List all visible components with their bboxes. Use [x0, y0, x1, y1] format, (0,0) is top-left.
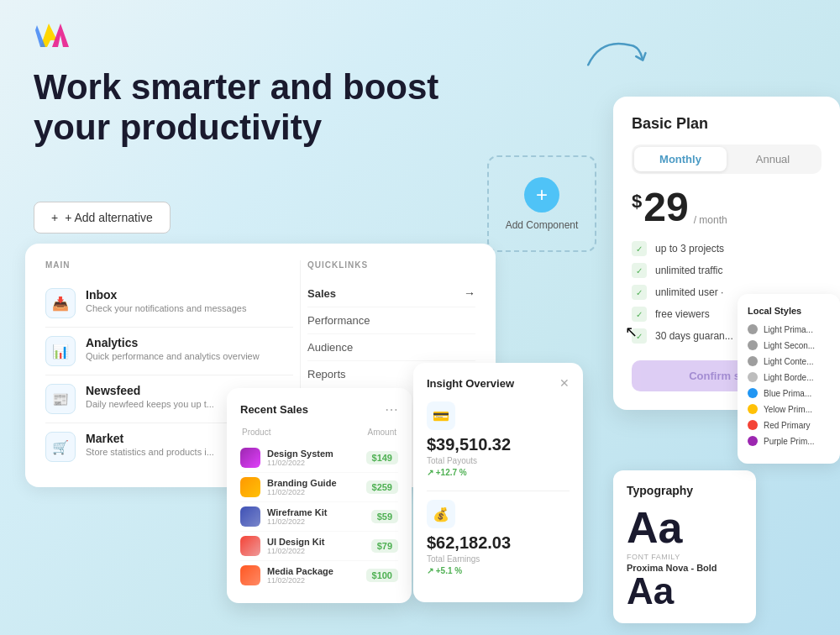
earnings-value: $62,182.03	[427, 533, 570, 553]
earnings-change: ↗ +5.1 %	[427, 566, 570, 575]
style-label: Yelow Prim...	[764, 405, 812, 414]
inbox-sub: Check your notifications and messages	[86, 303, 246, 313]
style-label: Light Borde...	[764, 373, 813, 382]
sales-amount: $149	[366, 451, 398, 464]
sales-thumb	[240, 477, 260, 497]
sales-amount: $259	[366, 480, 398, 494]
add-component-container: + Add Component	[487, 155, 596, 252]
quicklink-audience[interactable]: Audience	[307, 334, 475, 361]
sales-thumb	[240, 565, 260, 585]
add-icon: +	[536, 183, 548, 207]
plan-currency: $	[632, 191, 642, 213]
analytics-title: Analytics	[86, 336, 260, 349]
add-alternative-label: + Add alternative	[65, 211, 153, 224]
sales-row: Branding Guide 11/02/2022 $259	[240, 473, 398, 502]
earnings-section: 💰 $62,182.03 Total Earnings ↗ +5.1 %	[427, 500, 570, 575]
style-item-light-borde[interactable]: Light Borde...	[748, 372, 830, 382]
payouts-change: ↗ +12.7 %	[427, 468, 570, 477]
newsfeed-sub: Daily newfeed keeps you up t...	[86, 399, 214, 409]
recent-sales-title: Recent Sales	[240, 403, 308, 416]
inbox-icon: 📥	[45, 288, 76, 318]
insight-divider	[427, 491, 570, 491]
market-title: Market	[86, 432, 214, 445]
typography-panel: Typography Aa FONT FAMILY Proxima Nova -…	[613, 470, 756, 623]
payouts-section: 💳 $39,510.32 Total Payouts ↗ +12.7 %	[427, 401, 570, 477]
style-label: Light Conte...	[764, 357, 813, 366]
quicklink-performance[interactable]: Performance	[307, 307, 475, 334]
color-dot	[748, 388, 758, 398]
analytics-icon: 📊	[45, 336, 76, 366]
nav-item-analytics[interactable]: 📊 Analytics Quick performance and analyt…	[45, 328, 293, 375]
tab-annual[interactable]: Annual	[727, 147, 819, 171]
color-dot	[748, 340, 758, 350]
sales-amount: $100	[366, 569, 398, 582]
plan-period: / month	[694, 214, 727, 226]
style-item-yellow-prima[interactable]: Yelow Prim...	[748, 404, 830, 414]
sales-row: Wireframe Kit 11/02/2022 $59	[240, 502, 398, 532]
trend-up-icon: ↗	[427, 566, 433, 575]
plus-icon: +	[51, 211, 58, 224]
plan-amount: 29	[643, 187, 688, 228]
color-dot	[748, 436, 758, 446]
hero-section: Work smarter and boost your productivity	[34, 67, 470, 149]
typography-big-text-2: Aa	[627, 573, 743, 610]
sales-thumb	[240, 448, 260, 468]
sales-amount: $59	[371, 510, 398, 523]
hero-title: Work smarter and boost your productivity	[34, 67, 470, 149]
close-icon[interactable]: ✕	[559, 376, 570, 390]
nav-item-inbox[interactable]: 📥 Inbox Check your notifications and mes…	[45, 280, 293, 328]
check-icon: ✓	[632, 241, 647, 256]
sales-row: Design System 11/02/2022 $149	[240, 443, 398, 473]
insight-card: Insight Overview ✕ 💳 $39,510.32 Total Pa…	[413, 363, 583, 602]
add-alternative-button[interactable]: + + Add alternative	[34, 202, 171, 234]
insight-title: Insight Overview	[427, 377, 514, 390]
earnings-icon: 💰	[427, 500, 455, 528]
style-item-purple-prima[interactable]: Purple Prim...	[748, 436, 830, 446]
style-item-light-prima[interactable]: Light Prima...	[748, 324, 830, 334]
trend-up-icon: ↗	[427, 468, 433, 477]
check-icon: ✓	[632, 263, 647, 278]
typography-title: Typography	[627, 484, 743, 497]
col-product: Product	[242, 428, 270, 437]
check-icon: ✓	[632, 307, 647, 322]
col-amount: Amount	[368, 428, 396, 437]
tab-monthly[interactable]: Monthly	[634, 147, 727, 171]
main-section-label: MAIN	[45, 260, 293, 270]
market-sub: Store statistics and products i...	[86, 447, 214, 457]
style-item-blue-prima[interactable]: Blue Prima...	[748, 388, 830, 398]
style-label: Red Primary	[764, 421, 811, 430]
style-label: Blue Prima...	[764, 389, 811, 398]
recent-sales-menu-icon[interactable]: ⋯	[385, 401, 398, 417]
color-dot	[748, 420, 758, 430]
quicklinks-label: QUICKLINKS	[307, 260, 475, 270]
plan-price: $ 29 / month	[632, 187, 822, 228]
style-item-light-secon[interactable]: Light Secon...	[748, 340, 830, 350]
payouts-value: $39,510.32	[427, 435, 570, 454]
plan-feature: ✓ up to 3 projects	[632, 241, 822, 256]
inbox-title: Inbox	[86, 288, 246, 302]
add-component-label: Add Component	[506, 219, 579, 231]
quicklink-sales[interactable]: Sales →	[307, 280, 475, 307]
sales-row: Media Package 11/02/2022 $100	[240, 561, 398, 590]
style-item-light-conte[interactable]: Light Conte...	[748, 356, 830, 366]
payouts-label: Total Payouts	[427, 456, 570, 465]
logo	[34, 17, 77, 54]
quicklink-arrow: →	[464, 286, 475, 300]
arrow-decoration	[575, 19, 659, 98]
sales-amount: $79	[371, 539, 398, 553]
recent-sales-card: Recent Sales ⋯ Product Amount Design Sys…	[227, 388, 412, 603]
style-item-red-primary[interactable]: Red Primary	[748, 420, 830, 430]
analytics-sub: Quick performance and analytics overview	[86, 351, 260, 361]
payouts-icon: 💳	[427, 401, 455, 430]
earnings-label: Total Earnings	[427, 554, 570, 564]
plan-title: Basic Plan	[632, 115, 822, 133]
add-component-button[interactable]: +	[524, 177, 559, 213]
sales-thumb	[240, 536, 260, 556]
font-family-label: FONT FAMILY	[627, 553, 743, 561]
style-label: Light Prima...	[764, 325, 813, 334]
cursor-indicator: ↖	[625, 323, 638, 341]
style-label: Purple Prim...	[764, 437, 815, 446]
styles-panel-title: Local Styles	[748, 306, 830, 316]
color-dot	[748, 372, 758, 382]
color-dot	[748, 404, 758, 414]
